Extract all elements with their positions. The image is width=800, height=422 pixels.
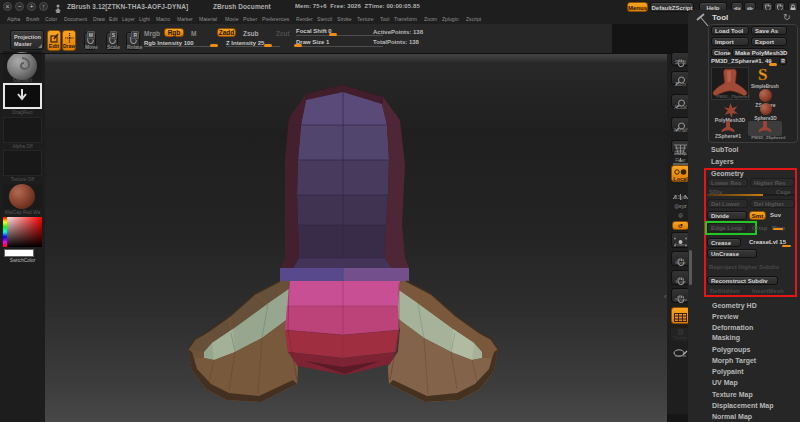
svg-text:S: S [758, 66, 767, 83]
